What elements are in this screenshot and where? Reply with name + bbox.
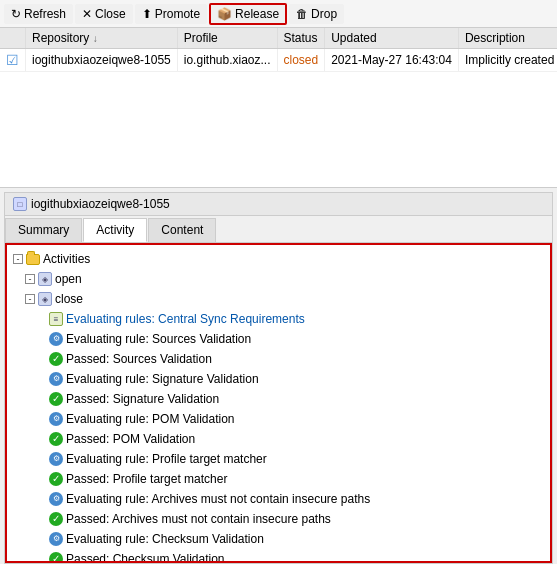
activity-item: ✓ Passed: Signature Validation [49, 389, 544, 409]
drop-icon: 🗑 [296, 7, 308, 21]
gear-icon: ⚙ [49, 332, 63, 346]
activity-text: Evaluating rule: Checksum Validation [66, 530, 264, 548]
open-node: - ◈ open [25, 269, 544, 289]
activities-root: - Activities [13, 249, 544, 269]
activity-item: ⚙ Evaluating rule: Checksum Validation [49, 529, 544, 549]
repository-table: Repository ↓ Profile Status Updated Desc… [0, 28, 557, 72]
col-description[interactable]: Description [458, 28, 557, 49]
activity-text: Passed: Sources Validation [66, 350, 212, 368]
gear-icon: ⚙ [49, 412, 63, 426]
promote-label: Promote [155, 7, 200, 21]
col-repository[interactable]: Repository ↓ [26, 28, 178, 49]
check-icon: ☑ [6, 52, 19, 68]
activity-item: ⚙ Evaluating rule: Signature Validation [49, 369, 544, 389]
refresh-label: Refresh [24, 7, 66, 21]
activities-label: Activities [43, 250, 90, 268]
activity-text: Evaluating rule: POM Validation [66, 410, 235, 428]
close-label: Close [95, 7, 126, 21]
repository-table-area: Repository ↓ Profile Status Updated Desc… [0, 28, 557, 188]
gear-icon: ⚙ [49, 532, 63, 546]
row-profile: io.github.xiaoz... [177, 49, 277, 72]
activity-item: ⚙ Evaluating rule: POM Validation [49, 409, 544, 429]
promote-button[interactable]: ⬆ Promote [135, 4, 207, 24]
row-status: closed [277, 49, 325, 72]
activity-text: Evaluating rule: Archives must not conta… [66, 490, 370, 508]
table-header-row: Repository ↓ Profile Status Updated Desc… [0, 28, 557, 49]
panel-title: iogithubxiaozeiqwe8-1055 [31, 197, 170, 211]
activity-text: Passed: Signature Validation [66, 390, 219, 408]
passed-icon: ✓ [49, 432, 63, 446]
col-updated[interactable]: Updated [325, 28, 459, 49]
activity-text: Evaluating rule: Sources Validation [66, 330, 251, 348]
passed-icon: ✓ [49, 352, 63, 366]
activity-content: - Activities - ◈ open - ◈ close ≡ Evalua… [5, 243, 552, 563]
passed-icon: ✓ [49, 512, 63, 526]
activities-expander[interactable]: - [13, 254, 23, 264]
close-icon: ◈ [38, 292, 52, 306]
close-label: close [55, 290, 83, 308]
promote-icon: ⬆ [142, 7, 152, 21]
tab-bar: Summary Activity Content [5, 216, 552, 243]
activity-item: ✓ Passed: POM Validation [49, 429, 544, 449]
release-button[interactable]: 📦 Release [209, 3, 287, 25]
activity-item: ⚙ Evaluating rule: Archives must not con… [49, 489, 544, 509]
refresh-icon: ↻ [11, 7, 21, 21]
close-icon: ✕ [82, 7, 92, 21]
close-node: - ◈ close [25, 289, 544, 309]
gear-icon: ⚙ [49, 372, 63, 386]
drop-button[interactable]: 🗑 Drop [289, 4, 344, 24]
col-profile[interactable]: Profile [177, 28, 277, 49]
row-description: Implicitly created (a [458, 49, 557, 72]
row-repository: iogithubxiaozeiqwe8-1055 [26, 49, 178, 72]
toolbar: ↻ Refresh ✕ Close ⬆ Promote 📦 Release 🗑 … [0, 0, 557, 28]
open-icon: ◈ [38, 272, 52, 286]
close-button[interactable]: ✕ Close [75, 4, 133, 24]
activity-item: ✓ Passed: Profile target matcher [49, 469, 544, 489]
table-row[interactable]: ☑ iogithubxiaozeiqwe8-1055 io.github.xia… [0, 49, 557, 72]
activity-text: Evaluating rule: Signature Validation [66, 370, 259, 388]
passed-icon: ✓ [49, 472, 63, 486]
gear-icon: ⚙ [49, 452, 63, 466]
bottom-panel: □ iogithubxiaozeiqwe8-1055 Summary Activ… [4, 192, 553, 564]
tab-summary[interactable]: Summary [5, 218, 82, 242]
close-expander[interactable]: - [25, 294, 35, 304]
col-checkbox [0, 28, 26, 49]
activity-item: ≡ Evaluating rules: Central Sync Require… [49, 309, 544, 329]
gear-icon: ⚙ [49, 492, 63, 506]
activity-text: Passed: Archives must not contain insecu… [66, 510, 331, 528]
release-label: Release [235, 7, 279, 21]
panel-header: □ iogithubxiaozeiqwe8-1055 [5, 193, 552, 216]
tab-content[interactable]: Content [148, 218, 216, 242]
activity-item: ✓ Passed: Checksum Validation [49, 549, 544, 563]
drop-label: Drop [311, 7, 337, 21]
activity-text: Passed: Checksum Validation [66, 550, 225, 563]
rules-icon: ≡ [49, 312, 63, 326]
col-status[interactable]: Status [277, 28, 325, 49]
open-expander[interactable]: - [25, 274, 35, 284]
row-updated: 2021-May-27 16:43:04 [325, 49, 459, 72]
activity-text: Passed: Profile target matcher [66, 470, 227, 488]
activity-link[interactable]: Evaluating rules: Central Sync Requireme… [66, 310, 305, 328]
activity-text: Passed: POM Validation [66, 430, 195, 448]
refresh-button[interactable]: ↻ Refresh [4, 4, 73, 24]
activity-item: ✓ Passed: Archives must not contain inse… [49, 509, 544, 529]
open-label: open [55, 270, 82, 288]
activity-text: Evaluating rule: Profile target matcher [66, 450, 267, 468]
passed-icon: ✓ [49, 392, 63, 406]
folder-icon [26, 254, 40, 265]
tab-activity[interactable]: Activity [83, 218, 147, 242]
passed-icon: ✓ [49, 552, 63, 563]
activity-item: ✓ Passed: Sources Validation [49, 349, 544, 369]
activity-item: ⚙ Evaluating rule: Profile target matche… [49, 449, 544, 469]
repo-icon: □ [13, 197, 27, 211]
activity-item: ⚙ Evaluating rule: Sources Validation [49, 329, 544, 349]
row-checkbox[interactable]: ☑ [0, 49, 26, 72]
release-icon: 📦 [217, 7, 232, 21]
